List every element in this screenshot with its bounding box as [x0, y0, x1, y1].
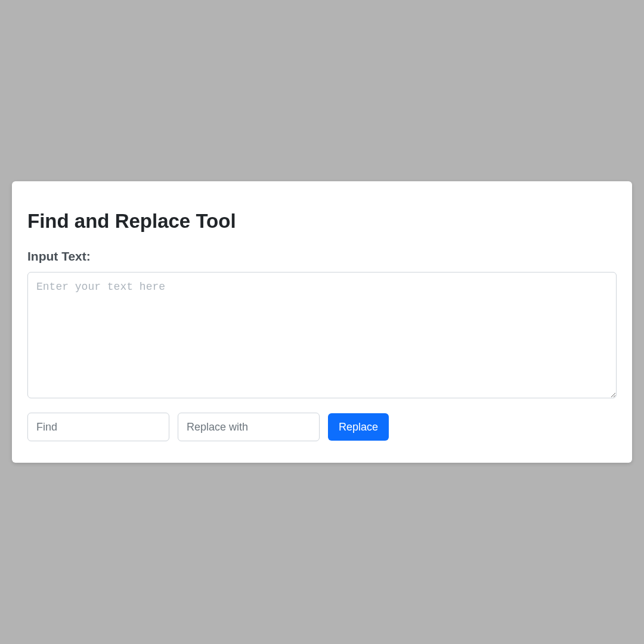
page-title: Find and Replace Tool	[27, 210, 617, 233]
find-input[interactable]	[27, 413, 169, 441]
controls-row: Replace	[27, 413, 617, 441]
input-textarea[interactable]	[27, 272, 617, 398]
input-text-label: Input Text:	[27, 249, 617, 264]
replace-input[interactable]	[178, 413, 320, 441]
find-replace-card: Find and Replace Tool Input Text: Replac…	[12, 181, 632, 463]
replace-button[interactable]: Replace	[328, 413, 389, 441]
